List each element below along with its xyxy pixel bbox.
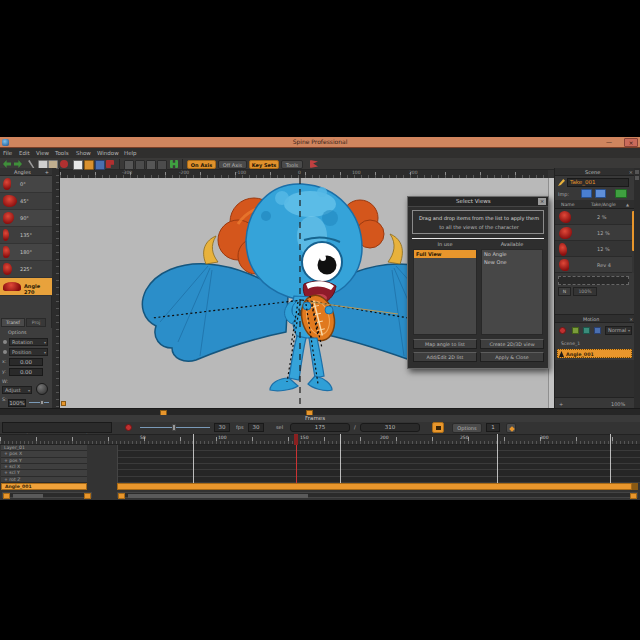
in-use-list[interactable]: Full View (413, 249, 477, 335)
scroll-right-arrow[interactable] (630, 493, 637, 499)
menu-item-help[interactable]: Help (124, 150, 137, 156)
step-field[interactable]: 1 (486, 423, 500, 432)
add-edit-list-button[interactable]: Add/Edit 2D list (413, 352, 477, 362)
transf-tab[interactable]: Transf (1, 318, 25, 327)
pencil-icon[interactable] (558, 179, 565, 186)
dialog-title-bar[interactable]: Select Views × (408, 197, 548, 207)
angle-row[interactable]: 0° (0, 176, 52, 193)
take-row[interactable]: Rev 4 (555, 257, 632, 273)
frame-scrollbar[interactable] (117, 492, 638, 498)
record-icon[interactable] (559, 327, 566, 334)
export-icon[interactable] (106, 160, 114, 168)
range-start-field[interactable]: 175 (290, 423, 350, 432)
canvas-hscroll-strip[interactable] (0, 408, 640, 415)
w-combo[interactable]: Adjust (2, 386, 32, 394)
delete-icon[interactable] (60, 160, 68, 168)
rotation-combo[interactable]: Rotation (9, 338, 48, 346)
canvas-origin-marker[interactable] (61, 401, 66, 406)
radio-dot[interactable] (3, 340, 7, 344)
onion-skin-icon[interactable] (583, 327, 590, 334)
sort-arrow-icon[interactable]: ▲ (626, 202, 629, 207)
add-angle-button[interactable]: + (45, 169, 49, 175)
fps-field[interactable]: 30 (248, 423, 264, 432)
save-icon[interactable] (95, 160, 105, 170)
redo-icon[interactable] (14, 160, 22, 168)
y-field[interactable]: 0.00 (9, 368, 43, 376)
folder-new-icon[interactable] (595, 189, 606, 198)
menu-item-window[interactable]: Window (97, 150, 119, 156)
path-field[interactable]: Take_001 (567, 178, 629, 187)
angle-row[interactable]: 225° (0, 261, 52, 278)
cut-icon[interactable] (28, 160, 36, 168)
new-doc-icon[interactable] (73, 160, 83, 170)
radio-dot[interactable] (3, 350, 7, 354)
in-use-item-selected[interactable]: Full View (414, 250, 476, 258)
layout-2-icon[interactable] (135, 160, 145, 170)
tree-item[interactable]: Scene_1 (561, 341, 580, 346)
strip-button[interactable] (635, 176, 639, 180)
scroll-left-arrow[interactable] (118, 493, 125, 499)
layout-4-icon[interactable] (157, 160, 167, 170)
menu-item-show[interactable]: Show (76, 150, 91, 156)
s-field[interactable]: 100% (8, 399, 26, 407)
position-combo[interactable]: Position (9, 348, 48, 356)
close-button[interactable]: × (624, 138, 638, 147)
panel-close-icon[interactable]: × (629, 169, 633, 175)
scroll-right-arrow[interactable] (84, 493, 91, 499)
scroll-left-arrow[interactable] (3, 493, 10, 499)
layout-3-icon[interactable] (146, 160, 156, 170)
layout-1-icon[interactable] (124, 160, 134, 170)
views-dialog[interactable]: Select Views × Drag and drop items from … (407, 196, 549, 369)
camera-button[interactable] (432, 422, 444, 433)
take-row[interactable]: 12 % (555, 241, 632, 257)
key-sets-button[interactable]: Key Sets (249, 160, 279, 169)
available-list[interactable]: No Angle New One (481, 249, 543, 335)
refresh-icon[interactable] (615, 189, 627, 198)
folder-open-icon[interactable] (581, 189, 592, 198)
open-folder-icon[interactable] (84, 160, 94, 170)
on-axis-button[interactable]: On Axis (187, 160, 216, 169)
available-item[interactable]: New One (482, 258, 542, 266)
track-scrollbar-left[interactable] (2, 492, 92, 498)
menu-item-view[interactable]: View (36, 150, 49, 156)
column-name[interactable]: Name (561, 202, 575, 207)
zoom-slider-handle[interactable] (172, 424, 176, 431)
available-item[interactable]: No Angle (482, 250, 542, 258)
scrollbar-handle[interactable] (128, 494, 308, 498)
create-view-button[interactable]: Create 2D/3D view (480, 339, 544, 349)
undo-icon[interactable] (3, 160, 11, 168)
track-lanes[interactable] (117, 445, 640, 483)
take-row[interactable]: 12 % (555, 225, 632, 241)
panel-close-icon[interactable]: × (629, 317, 633, 322)
angle-row[interactable]: 135° (0, 227, 52, 244)
angle-row-selected[interactable]: Angle 270 (0, 278, 52, 296)
menu-item-edit[interactable]: Edit (19, 150, 30, 156)
map-angle-button[interactable]: Map angle to list (413, 339, 477, 349)
sequence-field[interactable] (558, 276, 629, 285)
selected-tree-item[interactable]: Angle_001 (557, 349, 632, 358)
flag-icon[interactable] (310, 160, 318, 168)
menu-item-tools[interactable]: Tools (55, 150, 69, 156)
apply-close-button[interactable]: Apply & Close (480, 352, 544, 362)
scrollbar-handle[interactable] (13, 494, 43, 498)
scale-slider-handle[interactable] (40, 400, 44, 405)
blend-mode-combo[interactable]: Normal (605, 326, 632, 335)
angle-row[interactable]: 90° (0, 210, 52, 227)
panel-tab-zoom[interactable]: 100% (573, 287, 597, 296)
record-button[interactable] (125, 424, 132, 431)
selected-track-name[interactable]: Angle_001 (1, 483, 87, 490)
off-axis-button[interactable]: Off Axis (218, 160, 247, 169)
angle-row[interactable]: 180° (0, 244, 52, 261)
zoom-value-field[interactable]: 30 (214, 423, 230, 432)
selected-track-lane[interactable] (117, 483, 632, 490)
dialog-close-button[interactable]: × (538, 198, 546, 205)
rotation-dial[interactable] (36, 383, 48, 395)
frame-ruler[interactable]: 50 100 150 200 250 300 (0, 434, 640, 445)
keyframe-icon[interactable] (572, 327, 579, 334)
range-end-field[interactable]: 310 (360, 423, 420, 432)
list-header[interactable]: Name Take/Angle ▲ (555, 200, 635, 209)
tools-button[interactable]: Tools (281, 160, 303, 169)
playhead-head[interactable] (294, 434, 298, 445)
column-take-angle[interactable]: Take/Angle (591, 202, 616, 207)
ghost-icon[interactable] (594, 327, 601, 334)
